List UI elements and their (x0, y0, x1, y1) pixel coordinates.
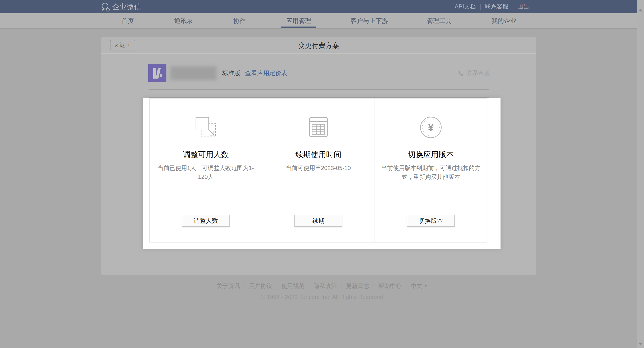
active-tab-underline (281, 26, 316, 28)
footer-link-privacy-policy[interactable]: 隐私政策 (310, 282, 341, 290)
app-version-label: 标准版 (222, 69, 240, 77)
copyright-text: © 1998 - 2022 Tencent Inc. All Rights Re… (0, 294, 644, 300)
yuan-coin-icon: ¥ (420, 116, 442, 139)
card-description: 当前可使用至2023-05-10 (268, 164, 369, 173)
footer-separator: | (244, 283, 245, 289)
footer: 关于腾讯 | 用户协议 | 使用规范 | 隐私政策 | 更新日志 | 帮助中心 … (0, 282, 644, 300)
primary-nav: 首页 通讯录 协作 应用管理 客户与上下游 管理工具 我的企业 (0, 13, 644, 29)
dimmed-container-outline (149, 89, 490, 98)
wecom-bubble-icon (100, 2, 110, 11)
language-selector[interactable]: 中文 ▼ (407, 282, 431, 290)
plan-options-dialog: 调整可用人数 当前已使用1人，可调整人数范围为1-120人 调整人数 (143, 98, 500, 249)
topbar-link-logout[interactable]: 退出 (513, 2, 534, 11)
card-renew-period: 续期使用时间 当前可使用至2023-05-10 续期 (262, 99, 375, 242)
card-title: 切换应用版本 (375, 150, 487, 160)
scroll-down-arrow-icon[interactable] (638, 343, 643, 345)
nav-item-collaboration[interactable]: 协作 (233, 13, 246, 28)
language-label: 中文 (410, 282, 422, 290)
switch-edition-button[interactable]: 切换版本 (407, 215, 455, 227)
topbar-link-api-docs[interactable]: API文档 (450, 2, 480, 11)
card-description: 当前使用版本到期前，可通过抵扣的方式，重新购买其他版本 (380, 164, 482, 181)
nav-item-admin-tools[interactable]: 管理工具 (427, 13, 452, 28)
nav-item-home[interactable]: 首页 (121, 13, 134, 28)
footer-separator: | (373, 283, 374, 289)
wecom-logo[interactable]: 企业微信 (100, 0, 141, 13)
nav-item-my-company[interactable]: 我的企业 (492, 13, 516, 28)
app-logo-icon (148, 64, 166, 82)
nav-item-contacts[interactable]: 通讯录 (174, 13, 193, 28)
footer-link-about-tencent[interactable]: 关于腾讯 (213, 282, 244, 290)
phone-icon (458, 70, 464, 77)
page-title: 变更付费方案 (102, 37, 536, 54)
footer-link-usage-rules[interactable]: 使用规范 (277, 282, 308, 290)
topbar: 企业微信 API文档 联系客服 退出 (0, 0, 644, 13)
scrollbar-track[interactable] (637, 0, 644, 348)
card-description: 当前已使用1人，可调整人数范围为1-120人 (155, 164, 256, 181)
contact-service-label: 联系客服 (466, 69, 490, 77)
calendar-icon (308, 116, 329, 138)
logo-text: 企业微信 (112, 2, 141, 11)
plan-option-cards: 调整可用人数 当前已使用1人，可调整人数范围为1-120人 调整人数 (149, 98, 488, 242)
nav-item-app-management[interactable]: 应用管理 (286, 13, 311, 28)
card-switch-edition: ¥ 切换应用版本 当前使用版本到期前，可通过抵扣的方式，重新购买其他版本 切换版… (375, 99, 487, 242)
card-adjust-seats: 调整可用人数 当前已使用1人，可调整人数范围为1-120人 调整人数 (150, 99, 262, 242)
contact-service-link[interactable]: 联系客服 (458, 69, 490, 77)
resize-squares-icon (195, 116, 217, 138)
footer-separator: | (308, 283, 310, 289)
page-root: 企业微信 API文档 联系客服 退出 首页 通讯录 协作 应用管理 客户与上下游… (0, 0, 644, 348)
yuan-symbol: ¥ (428, 122, 434, 133)
app-name-redacted (170, 66, 216, 80)
footer-link-user-agreement[interactable]: 用户协议 (245, 282, 276, 290)
footer-separator: | (276, 283, 278, 289)
topbar-link-contact-support[interactable]: 联系客服 (480, 2, 513, 11)
footer-separator: | (406, 283, 407, 289)
scroll-up-arrow-icon[interactable] (638, 9, 643, 11)
nav-item-label: 应用管理 (286, 17, 311, 24)
footer-separator: | (341, 283, 342, 289)
view-pricing-link[interactable]: 查看应用定价表 (245, 69, 288, 77)
footer-link-help-center[interactable]: 帮助中心 (374, 282, 406, 290)
footer-link-changelog[interactable]: 更新日志 (342, 282, 373, 290)
renew-button[interactable]: 续期 (294, 215, 342, 227)
footer-links: 关于腾讯 | 用户协议 | 使用规范 | 隐私政策 | 更新日志 | 帮助中心 … (0, 282, 644, 290)
nav-item-customers[interactable]: 客户与上下游 (350, 13, 388, 28)
adjust-seats-button[interactable]: 调整人数 (182, 215, 230, 227)
card-title: 续期使用时间 (262, 150, 374, 160)
topbar-links: API文档 联系客服 退出 (450, 0, 534, 13)
app-info-row: 标准版 查看应用定价表 联系客服 (148, 64, 490, 82)
panel-header: « 返回 变更付费方案 (102, 37, 536, 54)
card-title: 调整可用人数 (150, 150, 262, 160)
caret-down-icon: ▼ (424, 284, 428, 288)
